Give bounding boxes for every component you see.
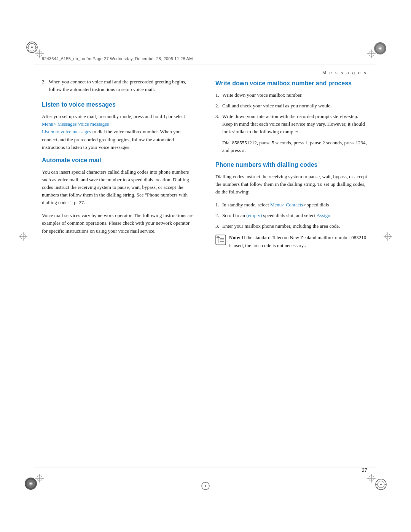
item-2-num: 2.: [215, 102, 219, 110]
listen-body-text: After you set up voice mail, in standby …: [42, 113, 185, 119]
intro-item-2-text: When you connect to voice mail and the p…: [49, 79, 186, 92]
phone-item-2-num: 2.: [215, 212, 219, 219]
automate-section: Automate voice mail You can insert speci…: [42, 157, 196, 235]
svg-point-36: [30, 483, 32, 484]
item-1-text: Write down your voice mailbox number.: [222, 92, 303, 98]
automate-body1: You can insert special characters called…: [42, 168, 196, 207]
automate-body2: Voice mail services vary by network oper…: [42, 212, 196, 235]
phone-item-2-before: Scroll to an: [222, 212, 246, 218]
listen-link1[interactable]: Menu> Messages Voice messages: [42, 121, 109, 127]
svg-line-52: [384, 481, 385, 481]
page: 9243644_6155_en_au.fm Page 27 Wednesday,…: [0, 0, 411, 532]
note-label: Note:: [229, 235, 241, 240]
bottom-rule: [34, 468, 377, 468]
deco-circle-tr: [373, 41, 387, 56]
phone-item-1-num: 1.: [215, 201, 219, 209]
phone-numbers-title: Phone numbers with dialling codes: [215, 161, 369, 169]
deco-circle-tl: [26, 41, 38, 53]
page-number: 27: [362, 467, 367, 473]
svg-line-26: [35, 50, 36, 51]
svg-line-51: [384, 487, 385, 488]
phone-item-2: 2. Scroll to an (empty) speed dials slot…: [215, 212, 369, 219]
phone-item-1-link[interactable]: Menu> Contacts: [270, 202, 303, 208]
phone-item-3: 3. Enter your mailbox phone number, incl…: [215, 222, 369, 230]
item-3-num: 3.: [215, 113, 219, 120]
item-3-extra: Dial 8585551212, pause 5 seconds, press …: [222, 139, 369, 154]
item-3-text: Write down your interaction with the rec…: [222, 113, 365, 134]
note-box: Note: If the standard Telecom New Zealan…: [215, 234, 369, 249]
two-column-layout: 2. When you connect to voice mail and th…: [42, 78, 369, 249]
svg-line-27: [35, 43, 36, 45]
write-down-item-2: 2. Call and check your voice mail as you…: [215, 102, 369, 110]
automate-title: Automate voice mail: [42, 157, 196, 165]
reg-mark-ml: [19, 232, 27, 241]
phone-numbers-intro: Dialling codes instruct the receiving sy…: [215, 173, 369, 196]
write-down-list: 1. Write down your voice mailbox number.…: [215, 91, 369, 154]
svg-line-28: [28, 50, 29, 51]
phone-item-3-num: 3.: [215, 222, 219, 230]
intro-item-2: 2. When you connect to voice mail and th…: [42, 78, 196, 93]
listen-body: After you set up voice mail, in standby …: [42, 113, 196, 151]
item-1-num: 1.: [215, 91, 219, 99]
left-column: 2. When you connect to voice mail and th…: [42, 78, 199, 249]
listen-link1b[interactable]: Listen to voice messages: [42, 129, 91, 134]
note-body: If the standard Telecom New Zealand mail…: [229, 235, 366, 248]
file-info: 9243644_6155_en_au.fm Page 27 Wednesday,…: [42, 56, 193, 61]
write-down-item-1: 1. Write down your voice mailbox number.: [215, 91, 369, 99]
write-down-title: Write down voice mailbox number and proc…: [215, 80, 369, 88]
phone-numbers-list: 1. In standby mode, select Menu> Contact…: [215, 201, 369, 230]
phone-item-2-link2[interactable]: Assign: [317, 212, 330, 218]
phone-item-1-before: In standby mode, select: [222, 202, 270, 208]
reg-mark-mr: [384, 232, 392, 241]
write-down-item-3: 3. Write down your interaction with the …: [215, 113, 369, 154]
svg-line-53: [377, 487, 378, 488]
svg-point-20: [31, 46, 33, 48]
write-down-section: Write down voice mailbox number and proc…: [215, 80, 369, 154]
phone-numbers-section: Phone numbers with dialling codes Dialli…: [215, 161, 369, 249]
phone-item-2-link[interactable]: (empty): [246, 212, 262, 218]
svg-line-50: [377, 481, 378, 481]
item-2-text: Call and check your voice mail as you no…: [222, 103, 332, 109]
section-header: M e s s a g e s: [322, 70, 367, 75]
deco-circle-br-deco: [374, 478, 387, 491]
item-2-number: 2.: [42, 78, 46, 86]
phone-item-3-text: Enter your mailbox phone number, includi…: [222, 223, 340, 229]
listen-title: Listen to voice messages: [42, 101, 196, 109]
note-icon: [215, 235, 226, 245]
top-rule: [34, 64, 377, 64]
right-column: Write down voice mailbox number and proc…: [212, 78, 369, 249]
svg-point-32: [379, 48, 381, 49]
phone-item-1: 1. In standby mode, select Menu> Contact…: [215, 201, 369, 209]
svg-point-45: [380, 484, 382, 485]
deco-circle-bc: [201, 481, 210, 491]
phone-item-2-after: speed dials slot, and select: [262, 212, 316, 218]
listen-section: Listen to voice messages After you set u…: [42, 101, 196, 151]
svg-line-25: [28, 43, 29, 45]
phone-item-1-after: > speed dials: [303, 202, 329, 208]
note-text: Note: If the standard Telecom New Zealan…: [229, 234, 369, 249]
content-area: 2. When you connect to voice mail and th…: [42, 78, 369, 456]
svg-point-38: [205, 485, 206, 487]
deco-circle-bl: [24, 476, 38, 491]
